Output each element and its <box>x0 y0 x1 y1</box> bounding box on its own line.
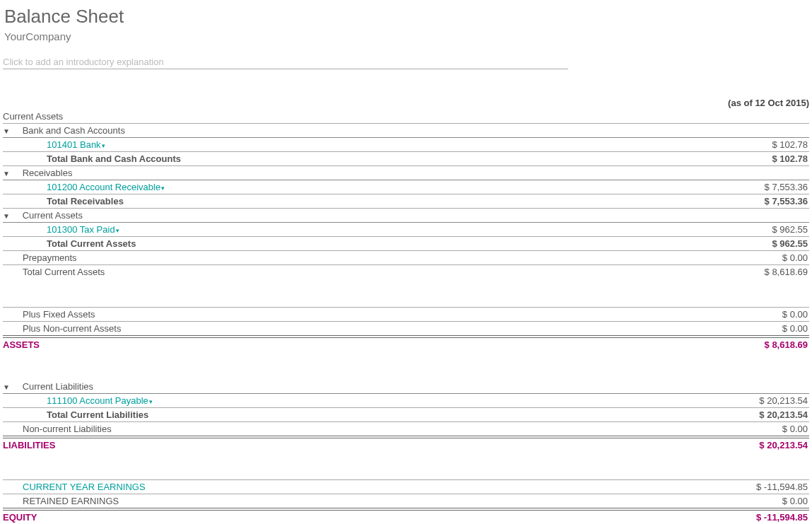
row-current-year-earnings[interactable]: CURRENT YEAR EARNINGS <box>3 480 724 494</box>
value-prepayments: $ 0.00 <box>724 251 809 265</box>
value-retained-earnings: $ 0.00 <box>724 494 809 510</box>
value-noncurrent-liabilities: $ 0.00 <box>724 421 809 437</box>
value-plus-fixed-assets: $ 0.00 <box>724 307 809 321</box>
value-plus-noncurrent-assets: $ 0.00 <box>724 321 809 337</box>
row-equity-total: EQUITY <box>3 509 724 524</box>
value-total-bank-cash: $ 102.78 <box>724 152 809 166</box>
value-account-receivable: $ 7,553.36 <box>724 180 809 194</box>
caret-down-icon[interactable]: ▾ <box>116 227 119 234</box>
intro-explanation-input[interactable]: Click to add an introductory explanation <box>3 55 568 69</box>
row-current-assets-inner[interactable]: ▼ Current Assets <box>3 209 724 223</box>
row-prepayments[interactable]: Prepayments <box>3 251 724 265</box>
caret-down-icon[interactable]: ▼ <box>3 170 13 177</box>
row-assets-total: ASSETS <box>3 337 724 351</box>
row-bank-101401[interactable]: 101401 Bank▾ <box>3 138 724 152</box>
row-tax-paid[interactable]: 101300 Tax Paid▾ <box>3 223 724 237</box>
row-total-receivables: Total Receivables <box>3 194 724 209</box>
row-retained-earnings[interactable]: RETAINED EARNINGS <box>3 494 724 510</box>
section-current-assets: Current Assets <box>3 110 724 124</box>
value-bank-101401: $ 102.78 <box>724 138 809 152</box>
row-account-receivable[interactable]: 101200 Account Receivable▾ <box>3 180 724 194</box>
value-total-current-liabilities: $ 20,213.54 <box>724 407 809 421</box>
row-total-current-liabilities: Total Current Liabilities <box>3 407 724 421</box>
caret-down-icon[interactable]: ▾ <box>149 398 153 405</box>
value-equity-total: $ -11,594.85 <box>724 509 809 524</box>
row-noncurrent-liabilities[interactable]: Non-current Liabilities <box>3 421 724 437</box>
row-plus-fixed-assets[interactable]: Plus Fixed Assets <box>3 307 724 321</box>
caret-down-icon[interactable]: ▾ <box>161 185 165 192</box>
value-total-receivables: $ 7,553.36 <box>724 194 809 209</box>
value-account-payable: $ 20,213.54 <box>724 393 809 407</box>
row-plus-noncurrent-assets[interactable]: Plus Non-current Assets <box>3 321 724 337</box>
row-bank-cash-accounts[interactable]: ▼ Bank and Cash Accounts <box>3 124 724 138</box>
caret-down-icon[interactable]: ▼ <box>3 212 13 220</box>
row-receivables[interactable]: ▼ Receivables <box>3 166 724 180</box>
value-assets-total: $ 8,618.69 <box>724 337 809 351</box>
as-of-date: (as of 12 Oct 2015) <box>3 98 809 108</box>
value-tax-paid: $ 962.55 <box>724 223 809 237</box>
value-liabilities-total: $ 20,213.54 <box>724 437 809 452</box>
row-total-current-assets-inner: Total Current Assets <box>3 237 724 251</box>
row-total-bank-cash: Total Bank and Cash Accounts <box>3 152 724 166</box>
row-account-payable[interactable]: 111100 Account Payable▾ <box>3 393 724 407</box>
caret-down-icon[interactable]: ▾ <box>102 142 105 149</box>
caret-down-icon[interactable]: ▼ <box>3 127 13 135</box>
company-name: YourCompany <box>4 30 809 42</box>
row-current-liabilities[interactable]: ▼ Current Liabilities <box>3 380 724 394</box>
value-total-current-assets-inner: $ 962.55 <box>724 237 809 251</box>
balance-sheet-table: Current Assets ▼ Bank and Cash Accounts … <box>3 110 809 524</box>
row-total-current-assets: Total Current Assets <box>3 265 724 279</box>
value-total-current-assets: $ 8,618.69 <box>724 265 809 279</box>
page-title: Balance Sheet <box>4 6 809 28</box>
caret-down-icon[interactable]: ▼ <box>3 383 13 391</box>
value-current-year-earnings: $ -11,594.85 <box>724 480 809 494</box>
row-liabilities-total: LIABILITIES <box>3 437 724 452</box>
